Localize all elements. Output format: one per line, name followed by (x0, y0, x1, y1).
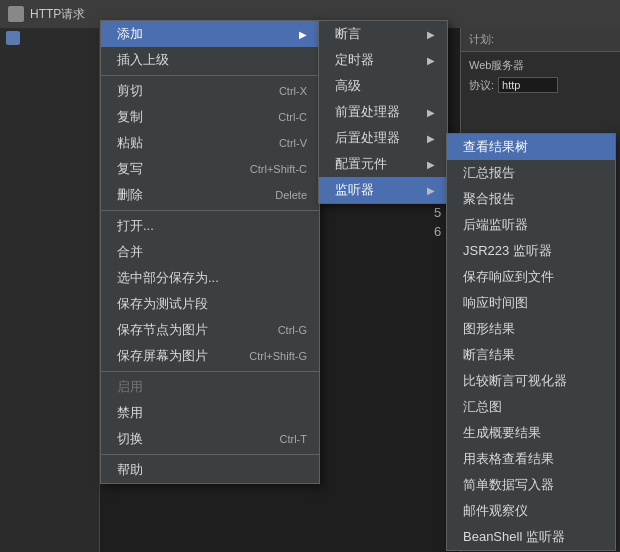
menu1-help[interactable]: 帮助 (101, 457, 319, 483)
menu3-mail-observer[interactable]: 邮件观察仪 (447, 498, 615, 524)
menu1-sep2 (101, 210, 319, 211)
server-row: Web服务器 (465, 56, 616, 75)
menu1-enable: 启用 (101, 374, 319, 400)
right-panel-header: 计划: (461, 28, 620, 52)
menu1-paste[interactable]: 粘贴 Ctrl-V (101, 130, 319, 156)
menu1-copy[interactable]: 复制 Ctrl-C (101, 104, 319, 130)
menu1-toggle-label: 切换 (117, 430, 260, 448)
menu3-simple-writer[interactable]: 简单数据写入器 (447, 472, 615, 498)
num-5: 5 (431, 204, 444, 221)
menu1-save-node-img-shortcut: Ctrl-G (278, 324, 307, 336)
menu1-paste-label: 粘贴 (117, 134, 259, 152)
tree-globe-icon (6, 31, 20, 45)
menu2-advanced-label: 高级 (335, 77, 435, 95)
menu3-generate-summary-label: 生成概要结果 (463, 424, 603, 442)
menu1-merge-label: 合并 (117, 243, 307, 261)
protocol-input[interactable] (498, 77, 558, 93)
menu1-toggle[interactable]: 切换 Ctrl-T (101, 426, 319, 452)
menu3-aggregate-report[interactable]: 聚合报告 (447, 186, 615, 212)
menu1-save-test-label: 保存为测试片段 (117, 295, 307, 313)
app-title: HTTP请求 (30, 6, 85, 23)
menu1-add-label: 添加 (117, 25, 291, 43)
menu3-summary-report-label: 汇总报告 (463, 164, 603, 182)
menu2-assertion[interactable]: 断言 ▶ (319, 21, 447, 47)
menu1-save-partial-label: 选中部分保存为... (117, 269, 307, 287)
menu3-simple-writer-label: 简单数据写入器 (463, 476, 603, 494)
menu2-post-processor-label: 后置处理器 (335, 129, 419, 147)
menu1-add[interactable]: 添加 ▶ (101, 21, 319, 47)
menu1-disable-label: 禁用 (117, 404, 307, 422)
menu3-response-time-graph[interactable]: 响应时间图 (447, 290, 615, 316)
right-panel-content: Web服务器 协议: (461, 52, 620, 99)
menu1-delete-label: 删除 (117, 186, 255, 204)
menu3-backend-listener-label: 后端监听器 (463, 216, 603, 234)
tree-panel (0, 28, 100, 552)
menu1-save-screen-img-shortcut: Ctrl+Shift-G (249, 350, 307, 362)
menu1-save-test[interactable]: 保存为测试片段 (101, 291, 319, 317)
tree-item-1[interactable] (0, 28, 99, 48)
menu1-delete[interactable]: 删除 Delete (101, 182, 319, 208)
context-menu-2: 断言 ▶ 定时器 ▶ 高级 前置处理器 ▶ 后置处理器 ▶ 配置元件 ▶ 监听器… (318, 20, 448, 204)
server-label: Web服务器 (469, 58, 524, 73)
menu3-summary-report[interactable]: 汇总报告 (447, 160, 615, 186)
menu1-open-label: 打开... (117, 217, 307, 235)
menu3-table-view[interactable]: 用表格查看结果 (447, 446, 615, 472)
menu1-copy-shortcut: Ctrl-C (278, 111, 307, 123)
menu1-save-screen-img[interactable]: 保存屏幕为图片 Ctrl+Shift-G (101, 343, 319, 369)
menu2-listener[interactable]: 监听器 ▶ (319, 177, 447, 203)
menu3-backend-listener[interactable]: 后端监听器 (447, 212, 615, 238)
menu1-delete-shortcut: Delete (275, 189, 307, 201)
menu3-beanshell-listener-label: BeanShell 监听器 (463, 528, 603, 546)
menu1-copy-label: 复制 (117, 108, 258, 126)
menu1-cut-label: 剪切 (117, 82, 259, 100)
menu3-save-response-file[interactable]: 保存响应到文件 (447, 264, 615, 290)
menu1-merge[interactable]: 合并 (101, 239, 319, 265)
menu1-disable[interactable]: 禁用 (101, 400, 319, 426)
menu3-aggregate-report-label: 聚合报告 (463, 190, 603, 208)
menu1-sep1 (101, 75, 319, 76)
menu1-enable-label: 启用 (117, 378, 307, 396)
menu2-pre-processor-label: 前置处理器 (335, 103, 419, 121)
menu1-sep3 (101, 371, 319, 372)
menu3-assertion-results[interactable]: 断言结果 (447, 342, 615, 368)
menu2-config-element-label: 配置元件 (335, 155, 419, 173)
menu2-timer[interactable]: 定时器 ▶ (319, 47, 447, 73)
menu3-assertion-results-label: 断言结果 (463, 346, 603, 364)
protocol-row: 协议: (465, 75, 616, 95)
menu1-rewrite-label: 复写 (117, 160, 230, 178)
menu1-save-node-img[interactable]: 保存节点为图片 Ctrl-G (101, 317, 319, 343)
menu2-post-processor[interactable]: 后置处理器 ▶ (319, 125, 447, 151)
menu2-advanced[interactable]: 高级 (319, 73, 447, 99)
menu3-jsr223-listener[interactable]: JSR223 监听器 (447, 238, 615, 264)
menu3-beanshell-listener[interactable]: BeanShell 监听器 (447, 524, 615, 550)
menu3-comparison-visualizer-label: 比较断言可视化器 (463, 372, 603, 390)
protocol-label: 协议: (469, 78, 494, 93)
menu2-pre-processor[interactable]: 前置处理器 ▶ (319, 99, 447, 125)
menu1-save-partial[interactable]: 选中部分保存为... (101, 265, 319, 291)
menu2-config-element[interactable]: 配置元件 ▶ (319, 151, 447, 177)
menu3-view-result-tree-label: 查看结果树 (463, 138, 603, 156)
menu3-jsr223-listener-label: JSR223 监听器 (463, 242, 603, 260)
menu1-help-label: 帮助 (117, 461, 307, 479)
menu3-view-result-tree[interactable]: 查看结果树 (447, 134, 615, 160)
context-menu-1: 添加 ▶ 插入上级 剪切 Ctrl-X 复制 Ctrl-C 粘贴 Ctrl-V … (100, 20, 320, 484)
menu2-pre-processor-arrow: ▶ (427, 107, 435, 118)
menu1-insert-up[interactable]: 插入上级 (101, 47, 319, 73)
menu3-generate-summary[interactable]: 生成概要结果 (447, 420, 615, 446)
menu1-sep4 (101, 454, 319, 455)
menu3-table-view-label: 用表格查看结果 (463, 450, 603, 468)
menu3-comparison-visualizer[interactable]: 比较断言可视化器 (447, 368, 615, 394)
menu1-save-node-img-label: 保存节点为图片 (117, 321, 258, 339)
menu1-rewrite[interactable]: 复写 Ctrl+Shift-C (101, 156, 319, 182)
menu1-rewrite-shortcut: Ctrl+Shift-C (250, 163, 307, 175)
menu3-graph-results[interactable]: 图形结果 (447, 316, 615, 342)
menu2-timer-label: 定时器 (335, 51, 419, 69)
menu1-cut[interactable]: 剪切 Ctrl-X (101, 78, 319, 104)
menu3-response-time-graph-label: 响应时间图 (463, 294, 603, 312)
menu3-summary-diagram[interactable]: 汇总图 (447, 394, 615, 420)
menu2-listener-arrow: ▶ (427, 185, 435, 196)
menu1-cut-shortcut: Ctrl-X (279, 85, 307, 97)
menu2-assertion-arrow: ▶ (427, 29, 435, 40)
menu3-mail-observer-label: 邮件观察仪 (463, 502, 603, 520)
menu1-open[interactable]: 打开... (101, 213, 319, 239)
